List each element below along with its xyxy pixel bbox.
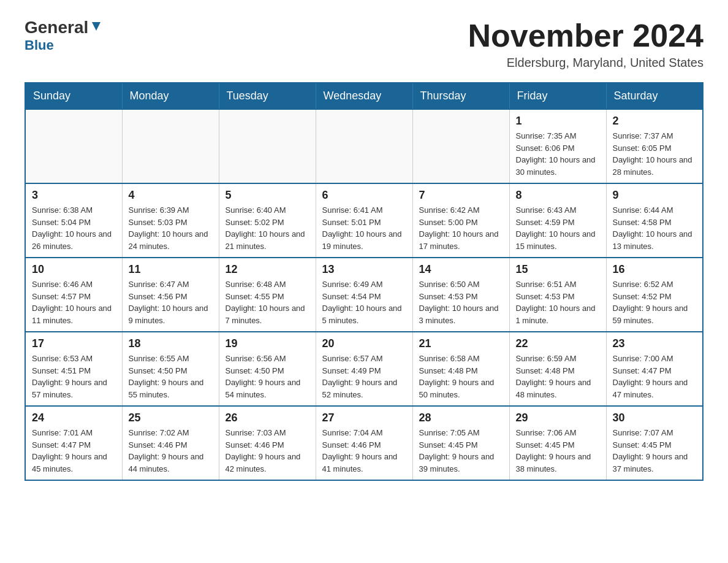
calendar-day-cell: 13Sunrise: 6:49 AM Sunset: 4:54 PM Dayli… — [316, 258, 412, 332]
location: Eldersburg, Maryland, United States — [468, 56, 703, 70]
day-number: 16 — [613, 263, 697, 276]
day-info: Sunrise: 7:05 AM Sunset: 4:45 PM Dayligh… — [419, 427, 503, 475]
day-info: Sunrise: 7:35 AM Sunset: 6:06 PM Dayligh… — [516, 130, 600, 178]
calendar-day-cell: 14Sunrise: 6:50 AM Sunset: 4:53 PM Dayli… — [412, 258, 509, 332]
calendar-day-cell: 10Sunrise: 6:46 AM Sunset: 4:57 PM Dayli… — [25, 258, 122, 332]
calendar-day-cell: 23Sunrise: 7:00 AM Sunset: 4:47 PM Dayli… — [606, 332, 703, 406]
calendar-day-cell: 3Sunrise: 6:38 AM Sunset: 5:04 PM Daylig… — [25, 183, 122, 258]
calendar-day-cell: 28Sunrise: 7:05 AM Sunset: 4:45 PM Dayli… — [412, 406, 509, 480]
day-info: Sunrise: 6:39 AM Sunset: 5:03 PM Dayligh… — [129, 204, 213, 252]
calendar-day-cell — [316, 109, 412, 183]
calendar-day-cell: 11Sunrise: 6:47 AM Sunset: 4:56 PM Dayli… — [122, 258, 219, 332]
day-info: Sunrise: 6:50 AM Sunset: 4:53 PM Dayligh… — [419, 278, 503, 326]
calendar-day-cell: 18Sunrise: 6:55 AM Sunset: 4:50 PM Dayli… — [122, 332, 219, 406]
calendar-day-cell — [219, 109, 316, 183]
day-info: Sunrise: 7:06 AM Sunset: 4:45 PM Dayligh… — [516, 427, 600, 475]
calendar-week-row: 10Sunrise: 6:46 AM Sunset: 4:57 PM Dayli… — [25, 258, 703, 332]
calendar-week-row: 24Sunrise: 7:01 AM Sunset: 4:47 PM Dayli… — [25, 406, 703, 480]
day-number: 13 — [322, 263, 406, 276]
calendar-day-cell: 22Sunrise: 6:59 AM Sunset: 4:48 PM Dayli… — [509, 332, 606, 406]
day-number: 17 — [32, 337, 116, 350]
day-info: Sunrise: 6:44 AM Sunset: 4:58 PM Dayligh… — [613, 204, 697, 252]
calendar-day-cell: 8Sunrise: 6:43 AM Sunset: 4:59 PM Daylig… — [509, 183, 606, 258]
day-number: 1 — [516, 115, 600, 128]
day-info: Sunrise: 6:47 AM Sunset: 4:56 PM Dayligh… — [129, 278, 213, 326]
day-of-week-header: Saturday — [606, 83, 703, 109]
day-number: 21 — [419, 337, 503, 350]
day-of-week-header: Monday — [122, 83, 219, 109]
day-number: 2 — [613, 115, 697, 128]
day-number: 29 — [516, 412, 600, 424]
calendar-day-cell: 21Sunrise: 6:58 AM Sunset: 4:48 PM Dayli… — [412, 332, 509, 406]
day-info: Sunrise: 6:55 AM Sunset: 4:50 PM Dayligh… — [129, 353, 213, 400]
calendar-day-cell — [25, 109, 122, 183]
title-area: November 2024 Eldersburg, Maryland, Unit… — [468, 18, 703, 70]
day-number: 3 — [32, 189, 116, 202]
day-info: Sunrise: 7:03 AM Sunset: 4:46 PM Dayligh… — [226, 427, 309, 475]
calendar-table: SundayMondayTuesdayWednesdayThursdayFrid… — [25, 82, 703, 481]
day-of-week-header: Thursday — [412, 83, 509, 109]
calendar-day-cell — [412, 109, 509, 183]
day-info: Sunrise: 6:43 AM Sunset: 4:59 PM Dayligh… — [516, 204, 600, 252]
day-number: 18 — [129, 337, 213, 350]
day-number: 24 — [32, 412, 116, 424]
logo-blue: Blue — [25, 37, 54, 53]
calendar-day-cell: 9Sunrise: 6:44 AM Sunset: 4:58 PM Daylig… — [606, 183, 703, 258]
day-info: Sunrise: 6:59 AM Sunset: 4:48 PM Dayligh… — [516, 353, 600, 400]
day-of-week-header: Sunday — [25, 83, 122, 109]
day-number: 19 — [226, 337, 309, 350]
day-number: 15 — [516, 263, 600, 276]
page-header: General Blue November 2024 Eldersburg, M… — [25, 18, 703, 70]
calendar-day-cell: 19Sunrise: 6:56 AM Sunset: 4:50 PM Dayli… — [219, 332, 316, 406]
calendar-day-cell: 1Sunrise: 7:35 AM Sunset: 6:06 PM Daylig… — [509, 109, 606, 183]
calendar-week-row: 1Sunrise: 7:35 AM Sunset: 6:06 PM Daylig… — [25, 109, 703, 183]
calendar-day-cell: 12Sunrise: 6:48 AM Sunset: 4:55 PM Dayli… — [219, 258, 316, 332]
calendar-day-cell — [122, 109, 219, 183]
day-info: Sunrise: 6:52 AM Sunset: 4:52 PM Dayligh… — [613, 278, 697, 326]
day-number: 10 — [32, 263, 116, 276]
calendar-day-cell: 29Sunrise: 7:06 AM Sunset: 4:45 PM Dayli… — [509, 406, 606, 480]
day-number: 23 — [613, 337, 697, 350]
day-number: 9 — [613, 189, 697, 202]
day-of-week-header: Friday — [509, 83, 606, 109]
month-title: November 2024 — [468, 18, 703, 53]
calendar-day-cell: 15Sunrise: 6:51 AM Sunset: 4:53 PM Dayli… — [509, 258, 606, 332]
day-info: Sunrise: 6:38 AM Sunset: 5:04 PM Dayligh… — [32, 204, 116, 252]
day-number: 27 — [322, 412, 406, 424]
calendar-week-row: 17Sunrise: 6:53 AM Sunset: 4:51 PM Dayli… — [25, 332, 703, 406]
calendar-day-cell: 17Sunrise: 6:53 AM Sunset: 4:51 PM Dayli… — [25, 332, 122, 406]
calendar-day-cell: 4Sunrise: 6:39 AM Sunset: 5:03 PM Daylig… — [122, 183, 219, 258]
day-number: 12 — [226, 263, 309, 276]
day-info: Sunrise: 6:56 AM Sunset: 4:50 PM Dayligh… — [226, 353, 309, 400]
day-number: 8 — [516, 189, 600, 202]
logo-general: General — [25, 18, 88, 37]
day-number: 14 — [419, 263, 503, 276]
day-number: 28 — [419, 412, 503, 424]
calendar-day-cell: 16Sunrise: 6:52 AM Sunset: 4:52 PM Dayli… — [606, 258, 703, 332]
day-number: 22 — [516, 337, 600, 350]
logo-triangle-icon — [89, 20, 103, 33]
day-info: Sunrise: 6:40 AM Sunset: 5:02 PM Dayligh… — [226, 204, 309, 252]
logo: General Blue — [25, 18, 103, 53]
calendar-day-cell: 27Sunrise: 7:04 AM Sunset: 4:46 PM Dayli… — [316, 406, 412, 480]
day-of-week-header: Wednesday — [316, 83, 412, 109]
day-number: 5 — [226, 189, 309, 202]
calendar-day-cell: 25Sunrise: 7:02 AM Sunset: 4:46 PM Dayli… — [122, 406, 219, 480]
day-number: 30 — [613, 412, 697, 424]
calendar-day-cell: 7Sunrise: 6:42 AM Sunset: 5:00 PM Daylig… — [412, 183, 509, 258]
calendar-day-cell: 30Sunrise: 7:07 AM Sunset: 4:45 PM Dayli… — [606, 406, 703, 480]
day-info: Sunrise: 6:57 AM Sunset: 4:49 PM Dayligh… — [322, 353, 406, 400]
calendar-day-cell: 6Sunrise: 6:41 AM Sunset: 5:01 PM Daylig… — [316, 183, 412, 258]
calendar-day-cell: 2Sunrise: 7:37 AM Sunset: 6:05 PM Daylig… — [606, 109, 703, 183]
day-number: 4 — [129, 189, 213, 202]
day-info: Sunrise: 6:58 AM Sunset: 4:48 PM Dayligh… — [419, 353, 503, 400]
day-info: Sunrise: 6:46 AM Sunset: 4:57 PM Dayligh… — [32, 278, 116, 326]
day-info: Sunrise: 7:07 AM Sunset: 4:45 PM Dayligh… — [613, 427, 697, 475]
calendar-day-cell: 20Sunrise: 6:57 AM Sunset: 4:49 PM Dayli… — [316, 332, 412, 406]
day-info: Sunrise: 6:48 AM Sunset: 4:55 PM Dayligh… — [226, 278, 309, 326]
calendar-header-row: SundayMondayTuesdayWednesdayThursdayFrid… — [25, 83, 703, 109]
day-info: Sunrise: 6:41 AM Sunset: 5:01 PM Dayligh… — [322, 204, 406, 252]
day-number: 6 — [322, 189, 406, 202]
day-info: Sunrise: 6:42 AM Sunset: 5:00 PM Dayligh… — [419, 204, 503, 252]
day-info: Sunrise: 7:04 AM Sunset: 4:46 PM Dayligh… — [322, 427, 406, 475]
